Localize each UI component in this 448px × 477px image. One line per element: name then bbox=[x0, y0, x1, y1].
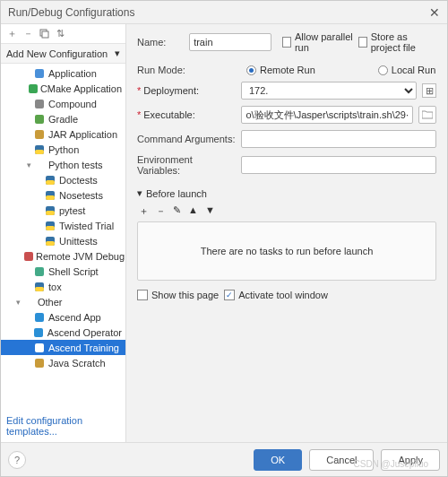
activate-tool-checkbox[interactable]: ✓Activate tool window bbox=[224, 290, 328, 300]
tree-node[interactable]: ▾Python tests bbox=[1, 157, 125, 172]
apply-button[interactable]: Apply bbox=[381, 449, 440, 471]
add-new-configuration[interactable]: Add New Configuration ▾ bbox=[1, 44, 125, 64]
before-launch-toolbar: ＋ － ✎ ▲ ▼ bbox=[137, 203, 436, 221]
tree-node[interactable]: ▾Other bbox=[1, 294, 125, 309]
tree-node[interactable]: Unittests bbox=[1, 233, 125, 248]
node-icon bbox=[33, 144, 46, 155]
node-label: pytest bbox=[59, 205, 85, 216]
config-tree: ApplicationCMake ApplicationCompoundGrad… bbox=[1, 64, 125, 410]
run-mode-label: Run Mode: bbox=[137, 65, 196, 75]
remove-icon[interactable]: － bbox=[22, 29, 33, 39]
edit-templates-link[interactable]: Edit configuration templates... bbox=[1, 410, 125, 442]
dialog-title: Run/Debug Configurations bbox=[8, 6, 429, 19]
node-icon bbox=[33, 312, 46, 323]
svg-rect-24 bbox=[34, 328, 43, 337]
tree-node[interactable]: Doctests bbox=[1, 172, 125, 187]
ok-button[interactable]: OK bbox=[254, 449, 302, 471]
deployment-label: *Deployment: bbox=[137, 85, 236, 96]
add-deployment-button[interactable]: ⊞ bbox=[422, 83, 436, 98]
down-icon[interactable]: ▼ bbox=[205, 204, 215, 218]
chevron-down-icon: ▾ bbox=[137, 187, 142, 199]
remote-run-radio[interactable]: Remote Run bbox=[246, 65, 315, 75]
node-label: Other bbox=[38, 297, 63, 308]
svg-rect-4 bbox=[35, 100, 44, 108]
tree-node[interactable]: CMake Application bbox=[1, 81, 125, 96]
before-launch-section[interactable]: ▾Before launch bbox=[137, 187, 436, 199]
svg-rect-16 bbox=[46, 226, 55, 230]
tree-node[interactable]: Nosetests bbox=[1, 187, 125, 203]
node-label: Compound bbox=[48, 99, 97, 109]
browse-executable-button[interactable] bbox=[418, 106, 436, 124]
local-run-radio[interactable]: Local Run bbox=[378, 65, 436, 75]
env-vars-label: Environment Variables: bbox=[137, 154, 236, 176]
add-task-icon[interactable]: ＋ bbox=[139, 204, 149, 218]
tree-node[interactable]: Application bbox=[1, 65, 125, 81]
node-label: Doctests bbox=[59, 175, 98, 186]
node-icon bbox=[24, 251, 33, 262]
sidebar: ＋ － ⇅ Add New Configuration ▾ Applicatio… bbox=[1, 24, 126, 442]
node-icon bbox=[33, 343, 46, 353]
name-input[interactable] bbox=[189, 33, 271, 51]
node-icon bbox=[44, 175, 56, 186]
twisty-icon: ▾ bbox=[13, 298, 22, 307]
help-button[interactable]: ? bbox=[8, 451, 26, 469]
tree-node[interactable]: Twisted Trial bbox=[1, 218, 125, 233]
node-label: Java Scratch bbox=[48, 358, 106, 369]
tree-node[interactable]: pytest bbox=[1, 203, 125, 218]
show-page-checkbox[interactable]: Show this page bbox=[137, 290, 219, 300]
deployment-select[interactable]: 172. bbox=[241, 82, 417, 100]
tree-node[interactable]: Shell Script bbox=[1, 264, 125, 279]
node-icon bbox=[33, 114, 46, 125]
node-icon bbox=[33, 68, 46, 79]
cancel-button[interactable]: Cancel bbox=[309, 449, 374, 471]
name-label: Name: bbox=[137, 37, 184, 48]
node-icon bbox=[33, 358, 46, 369]
node-label: tox bbox=[48, 282, 62, 292]
env-vars-input[interactable] bbox=[241, 156, 436, 174]
cmd-args-label: Command Arguments: bbox=[137, 134, 236, 144]
store-project-checkbox[interactable]: Store as project file bbox=[358, 31, 436, 53]
node-icon bbox=[44, 205, 56, 216]
executable-input[interactable] bbox=[241, 106, 413, 124]
node-label: Ascend Operator bbox=[47, 327, 122, 338]
node-icon bbox=[44, 221, 56, 231]
before-launch-list: There are no tasks to run before launch bbox=[137, 221, 436, 281]
svg-rect-10 bbox=[46, 180, 55, 185]
add-icon[interactable]: ＋ bbox=[6, 29, 17, 39]
node-label: Ascend Training bbox=[48, 343, 119, 353]
svg-rect-3 bbox=[29, 84, 38, 93]
svg-rect-8 bbox=[35, 150, 44, 154]
tree-node[interactable]: Remote JVM Debug bbox=[1, 248, 125, 264]
node-label: Shell Script bbox=[48, 266, 99, 277]
node-label: Gradle bbox=[48, 114, 78, 125]
chevron-down-icon: ▾ bbox=[115, 48, 120, 59]
cmd-args-input[interactable] bbox=[241, 130, 436, 148]
tree-node[interactable]: Ascend Training bbox=[1, 340, 125, 355]
tree-node[interactable]: Ascend App bbox=[1, 309, 125, 325]
node-icon bbox=[33, 160, 46, 170]
sort-icon[interactable]: ⇅ bbox=[55, 29, 65, 39]
executable-label: *Executable: bbox=[137, 109, 236, 120]
node-icon bbox=[29, 83, 38, 94]
node-icon bbox=[44, 236, 56, 247]
copy-icon[interactable] bbox=[39, 29, 49, 39]
node-label: Twisted Trial bbox=[59, 221, 114, 231]
tree-node[interactable]: Python bbox=[1, 142, 125, 157]
tree-node[interactable]: JAR Application bbox=[1, 126, 125, 142]
svg-rect-19 bbox=[24, 252, 33, 261]
node-icon bbox=[33, 129, 46, 140]
edit-task-icon[interactable]: ✎ bbox=[173, 204, 181, 218]
node-label: Python bbox=[48, 144, 79, 155]
tree-node[interactable]: Compound bbox=[1, 96, 125, 111]
tree-node[interactable]: Java Scratch bbox=[1, 355, 125, 370]
twisty-icon: ▾ bbox=[24, 160, 33, 169]
tree-node[interactable]: Ascend Operator bbox=[1, 325, 125, 340]
close-icon[interactable]: ✕ bbox=[429, 5, 440, 20]
allow-parallel-checkbox[interactable]: Allow parallel run bbox=[282, 31, 353, 53]
svg-rect-18 bbox=[46, 241, 55, 246]
tree-node[interactable]: tox bbox=[1, 279, 125, 294]
tree-node[interactable]: Gradle bbox=[1, 111, 125, 126]
up-icon[interactable]: ▲ bbox=[188, 204, 198, 218]
remove-task-icon[interactable]: － bbox=[156, 204, 166, 218]
sidebar-toolbar: ＋ － ⇅ bbox=[1, 24, 125, 44]
